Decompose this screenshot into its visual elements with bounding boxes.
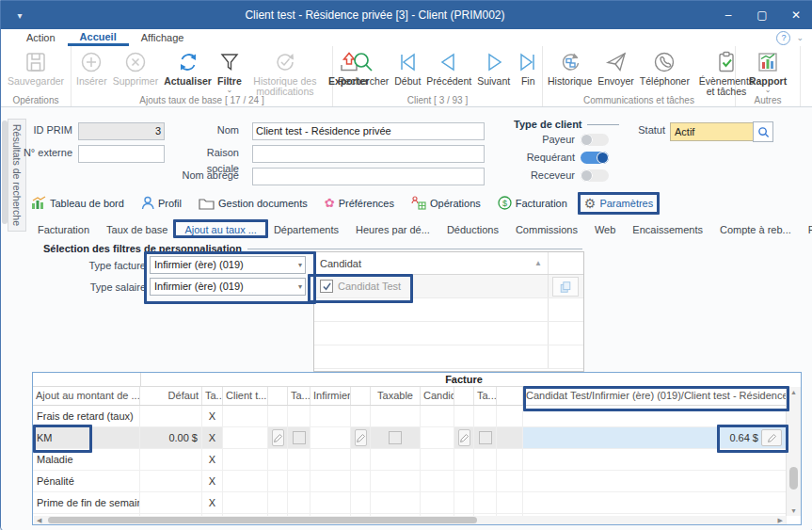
receveur-toggle[interactable] [581, 169, 609, 182]
km-check-cell-3[interactable] [474, 427, 497, 448]
col-header-defaut[interactable]: Défaut [140, 387, 202, 405]
scroll-up-icon[interactable]: ▲ [787, 389, 801, 395]
close-button[interactable]: ✕ [779, 1, 812, 29]
col-header-edit1[interactable] [268, 387, 288, 405]
col-header-client[interactable]: Client t... [223, 387, 268, 405]
first-button[interactable]: Début [391, 49, 423, 88]
subtab-personnalisation[interactable]: Personnalisati... [800, 221, 812, 238]
menu-action[interactable]: Action [14, 29, 68, 46]
subtab-web[interactable]: Web [586, 221, 624, 238]
insert-button[interactable]: Insérer [73, 49, 110, 88]
col-header-ajout-au-montant[interactable]: Ajout au montant de ... ▲ [33, 387, 140, 405]
filter-button[interactable]: Filtre ⌄ [215, 49, 245, 94]
subtab-taux-de-base[interactable]: Taux de base [98, 221, 176, 238]
scroll-down-icon[interactable]: ▼ [787, 507, 801, 514]
checkbox-empty[interactable] [389, 431, 402, 444]
last-button[interactable]: Fin [513, 49, 543, 88]
tab-gestion-documents[interactable]: Gestion documents [197, 195, 310, 212]
km-custom-rate-cell[interactable]: 0.64 $ [523, 427, 787, 448]
col-header-edit3[interactable] [454, 387, 474, 405]
type-facture-combo[interactable]: Infirmier (ère) (019) ▾ [150, 256, 306, 274]
send-button[interactable]: Envoyer [595, 49, 637, 88]
subtab-commissions[interactable]: Commissions [507, 221, 586, 238]
table-row[interactable]: Prime de fin de semaine X [33, 492, 787, 514]
payeur-toggle[interactable] [581, 134, 609, 146]
phone-button[interactable]: Téléphoner [637, 49, 693, 88]
col-header-edit2[interactable] [351, 387, 371, 405]
tab-operations[interactable]: Opérations [409, 194, 483, 212]
table-row-km-selected[interactable]: KM 0.00 $ X 0.64 $ [33, 427, 787, 449]
type-salaire-combo[interactable]: Infirmier (ère) (019) ▾ [150, 278, 306, 296]
requerant-toggle[interactable] [581, 152, 609, 164]
checkbox-empty[interactable] [293, 431, 306, 444]
tab-profil[interactable]: Profil [139, 194, 183, 212]
search-button[interactable]: Rechercher [335, 49, 391, 88]
col-header-taxable2[interactable]: Ta... [288, 387, 310, 405]
sort-asc-icon[interactable]: ▲ [534, 259, 542, 267]
checkbox-empty[interactable] [479, 431, 492, 444]
copy-button[interactable] [552, 277, 579, 297]
km-check-cell-2[interactable] [371, 427, 421, 448]
next-button[interactable]: Suivant [474, 49, 513, 88]
col-header-taxable4[interactable]: Ta... [474, 387, 497, 405]
app-icon[interactable]: ▾ [1, 10, 39, 21]
communication-history-button[interactable]: Historique [545, 49, 595, 88]
report-button[interactable]: Rapport ⌄ [746, 49, 789, 94]
km-check-cell-1[interactable] [288, 427, 310, 448]
col-header-taxable3[interactable]: Taxable [371, 387, 421, 405]
raison-sociale-field[interactable] [252, 145, 485, 163]
table-row[interactable]: Frais de retard (taux) X [33, 406, 787, 427]
delete-button[interactable]: Supprimer [110, 49, 161, 88]
candidat-empty-row[interactable] [314, 345, 583, 369]
tab-preferences[interactable]: ✿ Préférences [323, 195, 396, 211]
horizontal-scroll-thumb[interactable] [48, 517, 476, 523]
subtab-ajout-au-taux[interactable]: Ajout au taux ... [176, 221, 264, 238]
horizontal-scrollbar[interactable]: ◀ ▶ [34, 516, 786, 524]
km-candidat-cell[interactable] [421, 427, 454, 448]
minimize-button[interactable]: – [711, 1, 745, 29]
km-defaut-cell[interactable]: 0.00 $ [140, 427, 202, 448]
tab-parametres[interactable]: ⚙ Paramètres [582, 195, 655, 212]
table-row[interactable]: Pénalité X [33, 471, 787, 492]
subtab-encaissements[interactable]: Encaissements [624, 221, 711, 238]
nom-abrege-field[interactable] [252, 168, 485, 185]
candidat-empty-row[interactable] [314, 322, 583, 345]
pencil-button[interactable] [761, 429, 782, 446]
candidat-empty-row[interactable] [314, 298, 583, 322]
search-results-side-tab[interactable]: Résultats de recherche [8, 119, 26, 232]
col-header-candidat-test-custom[interactable]: Candidat Test/Infirmier (ère) (019)/Clie… [523, 387, 787, 405]
pencil-button[interactable] [355, 429, 367, 446]
menu-accueil[interactable]: Accueil [68, 29, 129, 46]
subtab-heures-par-defaut[interactable]: Heures par dé... [347, 221, 438, 238]
save-button[interactable]: Sauvegarder [5, 49, 67, 88]
pencil-button[interactable] [272, 429, 284, 446]
km-client-cell[interactable] [223, 427, 268, 448]
scroll-left-icon[interactable]: ◀ [34, 517, 44, 524]
vertical-scroll-thumb[interactable] [789, 467, 798, 490]
candidat-checkbox[interactable] [320, 280, 333, 293]
pencil-button[interactable] [458, 429, 470, 446]
vertical-scrollbar[interactable]: ▲ ▼ [786, 387, 801, 516]
tab-facturation[interactable]: $ Facturation [496, 194, 569, 212]
km-infirmier-cell[interactable] [310, 427, 351, 448]
maximize-button[interactable]: ▢ [745, 1, 779, 29]
tab-tableau-de-bord[interactable]: Tableau de bord [29, 194, 126, 212]
nom-field[interactable]: Client test - Résidence privée [252, 122, 485, 140]
chevron-down-icon[interactable]: ⌄ [796, 33, 804, 42]
statut-field[interactable]: Actif [670, 122, 759, 141]
subtab-facturation[interactable]: Facturation [29, 221, 98, 238]
table-row[interactable]: Maladie X [33, 449, 787, 471]
no-externe-field[interactable] [78, 145, 165, 163]
subtab-departements[interactable]: Départements [265, 221, 347, 238]
scroll-right-icon[interactable]: ▶ [775, 517, 786, 524]
statut-search-button[interactable] [753, 121, 773, 142]
col-header-candidat[interactable]: Candid... [421, 387, 454, 405]
candidat-row[interactable]: Candidat Test [314, 275, 583, 298]
subtab-deductions[interactable]: Déductions [438, 221, 507, 238]
history-modifications-button[interactable]: Historique des modifications [245, 49, 326, 98]
candidat-header[interactable]: Candidat ▲ [314, 252, 583, 275]
subtab-compte-a-rebours[interactable]: Compte à reb... [711, 221, 800, 238]
previous-button[interactable]: Précédent [423, 49, 474, 88]
help-icon[interactable]: ? [776, 31, 790, 45]
col-header-taxable1[interactable]: Ta... [202, 387, 223, 405]
